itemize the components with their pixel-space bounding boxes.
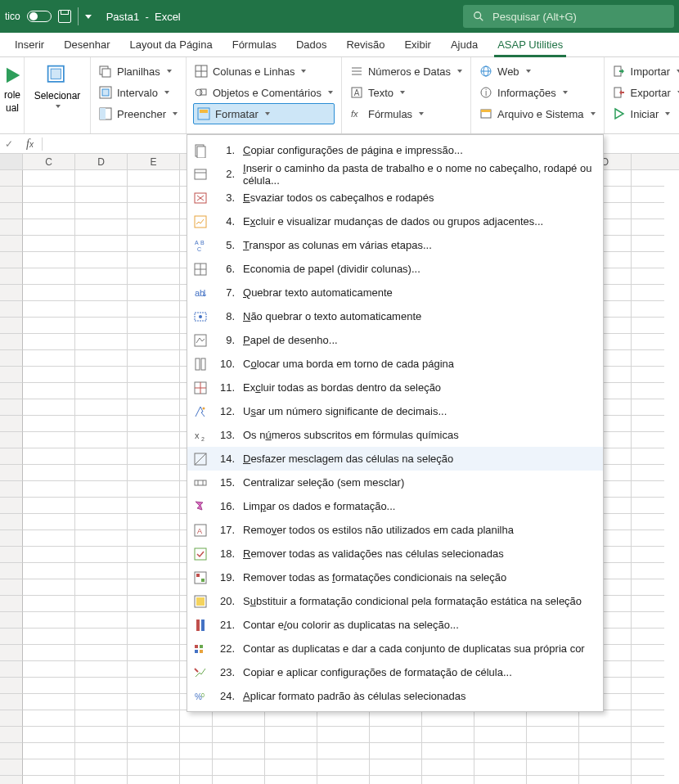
grid-row[interactable] <box>0 776 679 784</box>
cell[interactable] <box>632 759 664 776</box>
cell[interactable] <box>128 694 180 710</box>
numeros-datas-button[interactable]: Números e Datas <box>348 61 464 82</box>
cell[interactable] <box>23 448 75 465</box>
fbar-check-icon[interactable]: ✓ <box>0 138 18 150</box>
menu-item-1[interactable]: 1.Copiar configurações de página e impre… <box>187 138 603 162</box>
cell[interactable] <box>75 563 128 579</box>
cell[interactable] <box>128 399 180 416</box>
cell[interactable] <box>265 759 317 776</box>
cell[interactable] <box>75 383 128 399</box>
tab-exibir[interactable]: Exibir <box>394 34 441 56</box>
cell[interactable] <box>75 318 128 334</box>
cell[interactable] <box>23 399 75 416</box>
cell[interactable] <box>75 465 128 481</box>
cell[interactable] <box>632 710 664 727</box>
tab-formulas[interactable]: Fórmulas <box>223 34 286 56</box>
cell[interactable] <box>23 301 75 318</box>
cell[interactable] <box>23 383 75 399</box>
informacoes-button[interactable]: iInformações <box>478 82 597 103</box>
cell[interactable] <box>128 629 180 645</box>
menu-item-6[interactable]: 6.Economia de papel (dividir colunas)... <box>187 257 603 281</box>
cell[interactable] <box>422 759 474 776</box>
cell[interactable] <box>23 252 75 268</box>
cell[interactable] <box>370 727 422 743</box>
grid-row[interactable] <box>0 710 679 727</box>
cell[interactable] <box>75 252 128 268</box>
menu-item-9[interactable]: 9.Papel de desenho... <box>187 328 603 352</box>
row-header[interactable] <box>0 187 23 203</box>
cell[interactable] <box>75 530 128 547</box>
formatar-button[interactable]: Formatar <box>193 103 335 124</box>
menu-item-19[interactable]: 19.Remover todas as formatações condicio… <box>187 565 603 589</box>
cell[interactable] <box>180 743 213 759</box>
cell[interactable] <box>265 776 317 784</box>
cell[interactable] <box>128 203 180 219</box>
cell[interactable] <box>23 530 75 547</box>
cell[interactable] <box>75 416 128 432</box>
cell[interactable] <box>180 727 213 743</box>
cell[interactable] <box>632 596 664 612</box>
cell[interactable] <box>128 563 180 579</box>
menu-item-23[interactable]: 23.Copiar e aplicar configurações de for… <box>187 660 603 684</box>
select-all-corner[interactable] <box>0 154 23 169</box>
menu-item-14[interactable]: 14.Desfazer mesclagem das células na sel… <box>187 447 603 471</box>
cell[interactable] <box>75 743 128 759</box>
cell[interactable] <box>23 498 75 514</box>
cell[interactable] <box>75 661 128 678</box>
cell[interactable] <box>213 743 265 759</box>
cell[interactable] <box>128 219 180 236</box>
cell[interactable] <box>23 579 75 596</box>
cell[interactable] <box>317 710 370 727</box>
cell[interactable] <box>632 547 664 563</box>
cell[interactable] <box>75 678 128 694</box>
cell[interactable] <box>75 236 128 252</box>
row-header[interactable] <box>0 678 23 694</box>
cell[interactable] <box>23 678 75 694</box>
row-header[interactable] <box>0 285 23 301</box>
importar-button[interactable]: Importar <box>611 61 679 82</box>
cell[interactable] <box>75 514 128 530</box>
cell[interactable] <box>474 710 527 727</box>
cell[interactable] <box>128 383 180 399</box>
row-header[interactable] <box>0 498 23 514</box>
menu-item-21[interactable]: 21.Contar e/ou colorir as duplicatas na … <box>187 613 603 637</box>
cell[interactable] <box>632 399 664 416</box>
cell[interactable] <box>128 350 180 367</box>
cell[interactable] <box>632 334 664 350</box>
cell[interactable] <box>527 743 579 759</box>
cell[interactable] <box>75 710 128 727</box>
cell[interactable] <box>579 776 632 784</box>
cell[interactable] <box>128 367 180 383</box>
cell[interactable] <box>23 563 75 579</box>
row-header[interactable] <box>0 710 23 727</box>
menu-item-18[interactable]: 18.Remover todas as validações nas célul… <box>187 542 603 565</box>
cell[interactable] <box>213 776 265 784</box>
cell[interactable] <box>128 514 180 530</box>
cell[interactable] <box>579 743 632 759</box>
cell[interactable] <box>75 579 128 596</box>
formulas-button[interactable]: fxFórmulas <box>348 103 464 124</box>
row-header[interactable] <box>0 743 23 759</box>
row-header[interactable] <box>0 383 23 399</box>
cell[interactable] <box>632 645 664 661</box>
cell[interactable] <box>75 399 128 416</box>
preencher-button[interactable]: Preencher <box>97 103 179 124</box>
grid-row[interactable] <box>0 743 679 759</box>
menu-item-7[interactable]: ab7.Quebrar texto automaticamente <box>187 281 603 304</box>
row-header[interactable] <box>0 367 23 383</box>
cell[interactable] <box>128 645 180 661</box>
cell[interactable] <box>75 350 128 367</box>
row-header[interactable] <box>0 481 23 498</box>
cell[interactable] <box>75 203 128 219</box>
arquivo-sistema-button[interactable]: Arquivo e Sistema <box>478 103 597 124</box>
cell[interactable] <box>632 514 664 530</box>
tab-inserir[interactable]: Inserir <box>5 34 54 56</box>
row-header[interactable] <box>0 318 23 334</box>
cell[interactable] <box>23 219 75 236</box>
cell[interactable] <box>23 334 75 350</box>
cell[interactable] <box>128 759 180 776</box>
cell[interactable] <box>632 219 664 236</box>
cell[interactable] <box>128 547 180 563</box>
cell[interactable] <box>632 530 664 547</box>
cell[interactable] <box>632 448 664 465</box>
